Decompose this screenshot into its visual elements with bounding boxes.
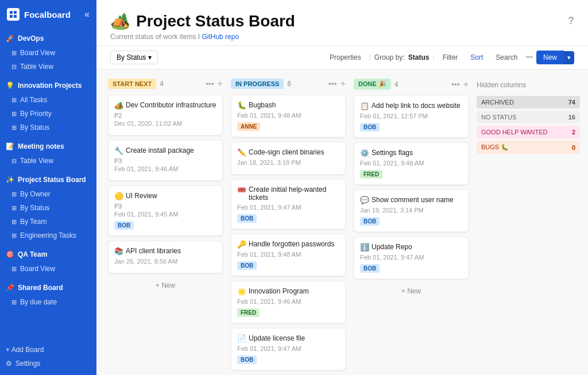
new-item-dropdown-button[interactable]: ▾ bbox=[564, 51, 574, 64]
grid-icon: ⊞ bbox=[11, 265, 17, 273]
sidebar-item-board-view-qa[interactable]: ⊞ Board View bbox=[0, 262, 96, 276]
card-date: Feb 01, 2021, 9:48 AM bbox=[360, 160, 462, 167]
card-date: Feb 01, 2021, 9:47 AM bbox=[237, 204, 339, 211]
hidden-col-archived[interactable]: ARCHIVED 74 bbox=[477, 96, 580, 109]
chevron-down-icon: ▾ bbox=[148, 53, 152, 61]
card-title: 🔑Handle forgotten passwords bbox=[237, 240, 339, 249]
grid-icon: ⊞ bbox=[11, 96, 17, 104]
logo-icon bbox=[7, 8, 20, 21]
collapse-sidebar-button[interactable]: « bbox=[84, 9, 90, 20]
in-progress-add-icon[interactable]: + bbox=[341, 79, 346, 89]
card-code-sign[interactable]: ✏️Code-sign client binaries Jan 18, 2021… bbox=[231, 142, 346, 175]
done-new-button[interactable]: + New bbox=[354, 284, 469, 299]
settings-button[interactable]: ⚙ Settings bbox=[6, 357, 91, 370]
card-emoji: ✏️ bbox=[237, 148, 246, 157]
card-priority: P3 bbox=[114, 203, 216, 210]
sidebar-group-project[interactable]: ✨ Project Status Board bbox=[0, 172, 96, 187]
hidden-col-bugs[interactable]: BUGS 🐛 0 bbox=[477, 141, 580, 154]
sidebar-item-board-view-devops[interactable]: ⊞ Board View bbox=[0, 46, 96, 60]
card-emoji: 📚 bbox=[114, 247, 123, 256]
sidebar-item-by-owner[interactable]: ⊞ By Owner bbox=[0, 187, 96, 201]
card-show-comment[interactable]: 💬Show comment user name Jan 19, 2021, 3:… bbox=[354, 190, 469, 232]
hidden-columns-panel: Hidden columns ARCHIVED 74 NO STATUS 16 … bbox=[477, 79, 580, 156]
hidden-col-goodhelp[interactable]: GOOD HELP WANTED 2 bbox=[477, 126, 580, 138]
card-date: Feb 01, 2021, 9:47 AM bbox=[360, 254, 462, 261]
sidebar-item-by-team[interactable]: ⊞ By Team bbox=[0, 215, 96, 229]
card-title: 📄Update license file bbox=[237, 334, 339, 343]
sidebar-group-devops[interactable]: 🚀 DevOps bbox=[0, 31, 96, 46]
sidebar-item-table-view-meeting[interactable]: ⊟ Table View bbox=[0, 154, 96, 168]
card-title: 📋Add help link to docs website bbox=[360, 102, 462, 110]
sidebar-item-all-tasks[interactable]: ⊞ All Tasks bbox=[0, 93, 96, 107]
card-tag-fred: FRED bbox=[237, 308, 260, 317]
sidebar-group-meeting[interactable]: 📝 Meeting notes bbox=[0, 139, 96, 154]
card-forgotten-passwords[interactable]: 🔑Handle forgotten passwords Feb 01, 2021… bbox=[231, 234, 346, 276]
sidebar-item-by-due-date[interactable]: ⊞ By due date bbox=[0, 295, 96, 309]
card-help-wanted[interactable]: 🎟️Create initial help-wanted tickets Feb… bbox=[231, 179, 346, 229]
sidebar-item-by-status-innovation[interactable]: ⊞ By Status bbox=[0, 121, 96, 134]
sidebar-item-by-priority[interactable]: ⊞ By Priority bbox=[0, 107, 96, 121]
card-date: Jan 18, 2021, 3:19 PM bbox=[237, 159, 339, 166]
card-title: ✏️Code-sign client binaries bbox=[237, 148, 339, 157]
card-bugbash[interactable]: 🐛Bugbash Feb 01, 2021, 9:48 AM ANNE bbox=[231, 95, 346, 137]
grid-icon: ⊞ bbox=[11, 218, 17, 226]
card-tag-bob: BOB bbox=[237, 355, 257, 364]
start-next-add-icon[interactable]: + bbox=[218, 79, 223, 89]
sidebar-group-qa[interactable]: 🎯 QA Team bbox=[0, 247, 96, 262]
card-tag-bob: BOB bbox=[237, 261, 257, 270]
sidebar-item-table-view-devops[interactable]: ⊟ Table View bbox=[0, 60, 96, 74]
card-emoji: 🔧 bbox=[114, 146, 123, 155]
by-status-label: By Status bbox=[117, 53, 146, 61]
in-progress-badge: IN PROGRESS bbox=[231, 79, 284, 89]
card-install-package[interactable]: 🔧Create install package P3 Feb 01, 2021,… bbox=[108, 140, 223, 181]
hidden-col-nostatus[interactable]: NO STATUS 16 bbox=[477, 111, 580, 123]
card-title: 🎟️Create initial help-wanted tickets bbox=[237, 185, 339, 202]
main-content: 🏕️ Project Status Board ? Current status… bbox=[96, 0, 588, 375]
card-emoji: 🌟 bbox=[237, 287, 246, 296]
help-icon[interactable]: ? bbox=[568, 15, 574, 27]
done-menu[interactable]: ••• bbox=[451, 80, 460, 89]
sidebar-item-by-status-project[interactable]: ⊞ By Status bbox=[0, 201, 96, 215]
card-update-license[interactable]: 📄Update license file Feb 01, 2021, 9:47 … bbox=[231, 328, 346, 370]
card-dev-contributor[interactable]: 🏕️Dev Contributor infrastructure P2 Dec … bbox=[108, 95, 223, 136]
start-next-new-button[interactable]: + New bbox=[108, 278, 223, 293]
search-button[interactable]: Search bbox=[491, 51, 522, 64]
card-innovation-program[interactable]: 🌟Innovation Program Feb 01, 2021, 9:46 A… bbox=[231, 281, 346, 323]
group-by-label: Group by: Status bbox=[374, 53, 430, 61]
card-help-link[interactable]: 📋Add help link to docs website Feb 01, 2… bbox=[354, 95, 469, 138]
sidebar-item-engineering-tasks[interactable]: ⊞ Engineering Tasks bbox=[0, 229, 96, 242]
sidebar-group-shared[interactable]: 📌 Shared Board bbox=[0, 280, 96, 295]
nostatus-label: NO STATUS bbox=[481, 114, 516, 121]
app-name: Focalboard bbox=[24, 10, 71, 20]
settings-label: Settings bbox=[16, 359, 40, 368]
sidebar-group-innovation[interactable]: 💡 Innovation Projects bbox=[0, 78, 96, 93]
add-board-button[interactable]: + Add Board bbox=[6, 343, 91, 357]
done-add-icon[interactable]: + bbox=[463, 79, 469, 90]
card-title: 🔧Create install package bbox=[114, 146, 216, 155]
sort-button[interactable]: Sort bbox=[466, 51, 488, 64]
card-tag-fred: FRED bbox=[360, 170, 382, 179]
new-item-button[interactable]: New bbox=[536, 51, 564, 64]
card-api-client[interactable]: 📚API client libraries Jan 26, 2021, 8:56… bbox=[108, 241, 223, 273]
page-subtitle: Current status of work items I GitHub re… bbox=[110, 33, 574, 41]
archived-label: ARCHIVED bbox=[481, 99, 514, 106]
in-progress-menu[interactable]: ••• bbox=[328, 79, 337, 88]
github-link[interactable]: GitHub repo bbox=[202, 33, 239, 41]
all-tasks-label: All Tasks bbox=[20, 96, 47, 104]
more-options-icon[interactable]: ••• bbox=[525, 53, 533, 61]
card-settings-flags[interactable]: ⚙️Settings flags Feb 01, 2021, 9:48 AM F… bbox=[354, 142, 469, 185]
table-icon: ⊟ bbox=[11, 157, 17, 165]
hidden-columns-title: Hidden columns bbox=[477, 79, 580, 91]
card-tag-bob: BOB bbox=[114, 221, 134, 230]
start-next-menu[interactable]: ••• bbox=[206, 79, 214, 88]
filter-button[interactable]: Filter bbox=[438, 51, 463, 64]
table-icon: ⊟ bbox=[11, 63, 17, 71]
done-count: 4 bbox=[394, 80, 399, 88]
card-ui-review[interactable]: 🟡UI Review P3 Feb 01, 2021, 9:45 AM BOB bbox=[108, 185, 223, 236]
card-update-repo[interactable]: ℹ️Update Repo Feb 01, 2021, 9:47 AM BOB bbox=[354, 237, 469, 279]
grid-icon: ⊞ bbox=[11, 110, 17, 118]
page-title: 🏕️ Project Status Board ? bbox=[110, 11, 574, 30]
group-by-button[interactable]: By Status ▾ bbox=[110, 51, 158, 64]
card-title: 📚API client libraries bbox=[114, 247, 216, 256]
properties-button[interactable]: Properties bbox=[325, 51, 366, 64]
